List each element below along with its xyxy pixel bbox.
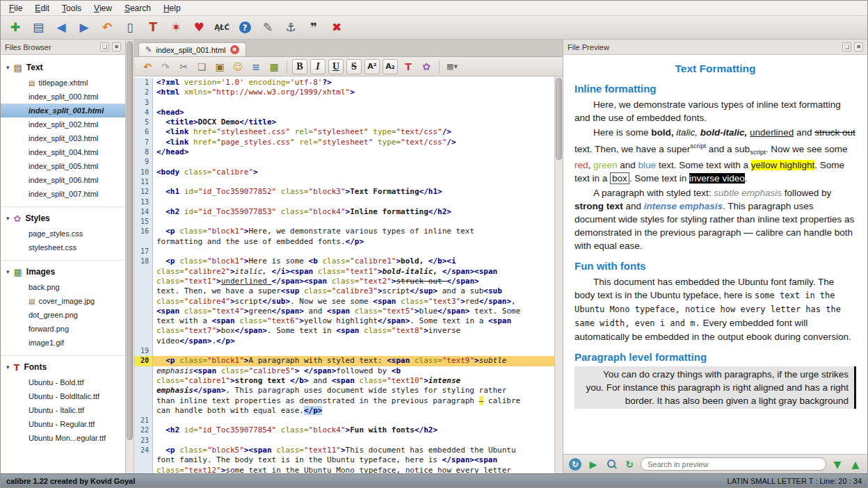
code-row[interactable]: can handle both with equal ease.</p> xyxy=(134,406,554,416)
tab-close-icon[interactable]: ✖ xyxy=(230,45,239,54)
find-previous-button[interactable]: ▲ xyxy=(849,457,862,471)
file-item[interactable]: index_split_003.html xyxy=(1,131,125,145)
subscript-button[interactable]: A₂ xyxy=(383,59,398,74)
preview-search-input[interactable] xyxy=(641,457,826,471)
code-row[interactable]: 8</head> xyxy=(134,147,554,157)
file-item[interactable]: index_split_006.html xyxy=(1,173,125,187)
smiley-special-character-button[interactable]: ☺ xyxy=(230,59,246,74)
file-item[interactable]: Ubuntu - Regular.ttf xyxy=(1,417,125,431)
code-row[interactable]: formatting and the use of embedded fonts… xyxy=(134,237,554,247)
reload-preview-button[interactable]: ↻ xyxy=(568,457,582,471)
section-header-images[interactable]: ▾▦Images xyxy=(1,265,125,280)
menu-item-edit[interactable]: Edit xyxy=(29,2,55,15)
section-header-text[interactable]: ▾▤Text xyxy=(1,60,125,76)
underline-button[interactable]: U xyxy=(328,59,344,74)
device-button[interactable]: ▯ xyxy=(121,19,139,37)
font-title-button[interactable]: T xyxy=(144,19,162,37)
bold-button[interactable]: B xyxy=(292,59,307,74)
back-button[interactable]: ◀ xyxy=(52,19,70,37)
code-row[interactable]: 17 xyxy=(134,247,554,257)
code-row[interactable]: 20 <p class="block1">A paragraph with st… xyxy=(134,356,554,366)
code-row[interactable]: font family. The body text is in the Ubu… xyxy=(134,455,554,465)
files-scrollbar[interactable] xyxy=(126,40,134,473)
code-row[interactable]: 9 xyxy=(134,157,554,167)
code-row[interactable]: text with a <span class="text6">yellow h… xyxy=(134,316,554,326)
code-row[interactable]: class="text1">underlined </span><span cl… xyxy=(134,277,554,286)
code-row[interactable]: emphasis<span class="calibre5"> </span>f… xyxy=(134,366,554,376)
code-row[interactable]: <span class="text4">green</span> and <sp… xyxy=(134,307,554,316)
run-preview-button[interactable]: ▶ xyxy=(586,457,600,471)
menu-item-help[interactable]: Help xyxy=(158,2,186,15)
file-item[interactable]: dot_green.png xyxy=(1,308,125,322)
code-row[interactable]: 15 xyxy=(134,217,554,227)
file-item[interactable]: Ubuntu - Bold.ttf xyxy=(1,375,125,389)
menu-item-tools[interactable]: Tools xyxy=(56,2,87,15)
code-row[interactable]: text. Then, we have a super<sup class="c… xyxy=(134,286,554,296)
quotes-button[interactable]: ❞ xyxy=(305,19,323,37)
code-row[interactable]: 14 <h2 id="id_Toc359077853" class="block… xyxy=(134,207,554,217)
forward-button[interactable]: ▶ xyxy=(75,19,93,37)
text-color-button[interactable]: T xyxy=(401,59,416,74)
file-item[interactable]: page_styles.css xyxy=(1,227,125,241)
code-row[interactable]: 11 xyxy=(134,177,554,187)
file-item[interactable]: index_split_005.html xyxy=(1,159,125,173)
menu-item-file[interactable]: File xyxy=(3,2,28,15)
file-item[interactable]: Ubuntu - BoldItalic.ttf xyxy=(1,389,125,403)
code-row[interactable]: 23 xyxy=(134,436,554,446)
undock-panel-icon[interactable]: ❏ xyxy=(842,42,851,51)
insert-table-button[interactable]: ▦▾ xyxy=(444,59,460,74)
delete-cleanup-button[interactable]: ✖ xyxy=(328,19,346,37)
beautify-button[interactable]: ≡ xyxy=(248,59,264,74)
code-row[interactable]: 1<?xml version='1.0' encoding='utf-8'?> xyxy=(134,78,554,88)
special-characters-button[interactable]: ĄŁĆ xyxy=(213,19,231,37)
background-color-button[interactable]: ✿ xyxy=(419,59,434,74)
refresh-button[interactable]: ↻ xyxy=(622,457,636,471)
section-header-fonts[interactable]: ▾TFonts xyxy=(1,360,125,375)
undock-panel-icon[interactable]: ❏ xyxy=(100,42,109,51)
superscript-button[interactable]: A² xyxy=(364,59,380,74)
code-row[interactable]: class="calibre4">script</sub>. Now we se… xyxy=(134,297,554,307)
code-row[interactable]: 24 <p class="block5"><span class="text11… xyxy=(134,446,554,455)
code-row[interactable]: class="text7">box</span>. Some text in <… xyxy=(134,326,554,336)
code-row[interactable]: 21 xyxy=(134,416,554,425)
section-header-styles[interactable]: ▾✿Styles xyxy=(1,211,125,227)
strikethrough-button[interactable]: S xyxy=(346,59,362,74)
menu-item-view[interactable]: View xyxy=(88,2,118,15)
file-item[interactable]: image1.gif xyxy=(1,336,125,350)
find-next-button[interactable]: ▼ xyxy=(830,457,844,471)
file-item[interactable]: index_split_002.html xyxy=(1,117,125,131)
close-panel-icon[interactable]: ✖ xyxy=(854,42,863,51)
code-row[interactable]: 6 <link href="stylesheet.css" rel="style… xyxy=(134,127,554,137)
code-row[interactable]: video</span>.</p> xyxy=(134,336,554,346)
edit-pen-button[interactable]: ✎ xyxy=(259,19,277,37)
cut-button[interactable]: ✂ xyxy=(176,59,191,74)
code-row[interactable]: class="text12">some text in the Ubuntu M… xyxy=(134,466,554,473)
code-row[interactable]: than inline text properties as demonstra… xyxy=(134,396,554,406)
search-magnifier-button[interactable] xyxy=(604,457,618,471)
open-book-button[interactable]: ▤ xyxy=(29,19,47,37)
code-row[interactable]: 10<body class="calibre"> xyxy=(134,168,554,177)
file-item[interactable]: index_split_007.html xyxy=(1,187,125,201)
file-item[interactable]: Ubuntu Mon...egular.ttf xyxy=(1,431,125,445)
tab-index-split-001[interactable]: ✎ index_split_001.html ✖ xyxy=(138,42,246,56)
code-row[interactable]: 13 xyxy=(134,197,554,207)
help-button[interactable]: ? xyxy=(236,19,254,37)
code-row[interactable]: 7 <link href="page_styles.css" rel="styl… xyxy=(134,138,554,147)
file-item[interactable]: ▤cover_image.jpg xyxy=(1,294,125,308)
code-row[interactable]: 3 xyxy=(134,98,554,108)
code-row[interactable]: 16 <p class="block1">Here, we demonstrat… xyxy=(134,227,554,236)
code-row[interactable]: 22 <h2 id="id_Toc359077854" class="block… xyxy=(134,425,554,435)
code-row[interactable]: emphasis</span>. This paragraph uses doc… xyxy=(134,386,554,396)
anchor-button[interactable]: ⚓ xyxy=(282,19,300,37)
editor-scrollbar[interactable] xyxy=(554,76,563,473)
file-item[interactable]: back.png xyxy=(1,280,125,294)
donate-heart-button[interactable]: ♥ xyxy=(190,19,208,37)
file-item[interactable]: index_split_000.html xyxy=(1,90,125,104)
code-row[interactable]: 19 xyxy=(134,346,554,356)
scrollbar-thumb[interactable] xyxy=(127,41,133,440)
undo-button[interactable]: ↶ xyxy=(140,59,155,74)
undo-button[interactable]: ↶ xyxy=(98,19,116,37)
file-item[interactable]: forward.png xyxy=(1,322,125,336)
code-editor[interactable]: 1<?xml version='1.0' encoding='utf-8'?>2… xyxy=(134,76,554,473)
code-row[interactable]: 5 <title>DOCX Demo</title> xyxy=(134,117,554,127)
